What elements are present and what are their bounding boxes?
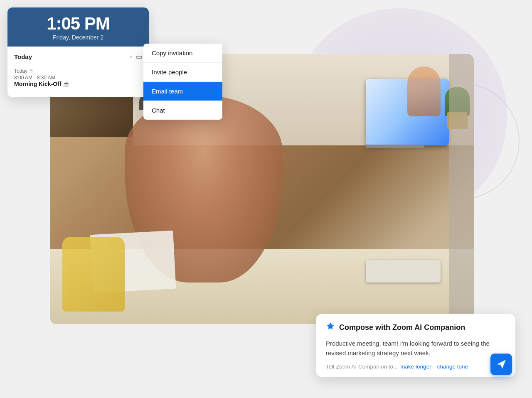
send-button[interactable] [490,354,512,375]
menu-item-copy-invitation[interactable]: Copy invitation [143,44,222,62]
ai-card-title: Compose with Zoom AI Companion [339,323,465,332]
keyboard [366,260,441,283]
ai-card-header: Compose with Zoom AI Companion [326,322,505,334]
prev-button[interactable]: ‹ [128,52,134,61]
event-day: Today [14,68,27,74]
recur-icon: ↻ [30,69,34,74]
ai-star-icon [326,322,335,334]
chair [62,237,125,312]
nav-buttons: ‹ ▭ [128,52,142,61]
calendar-header: 1:05 PM Friday, December 2 [7,7,149,47]
send-icon [496,359,507,370]
calendar-body: Today ‹ ▭ Today ↻ 8:00 AM - 8:30 AM Morn… [7,47,149,97]
event-meta: Today ↻ [14,68,142,74]
today-label: Today [14,53,32,60]
ai-footer: Tell Zoom AI Companion to... make longer… [326,364,505,370]
background-person [407,66,441,116]
ai-body-text: Productive meeting, team! I'm looking fo… [326,339,505,358]
office-partition [449,54,474,324]
calendar-nav: Today ‹ ▭ [14,52,142,61]
menu-item-invite-people[interactable]: Invite people [143,63,222,81]
event-time: 8:00 AM - 8:30 AM [14,75,142,81]
dropdown-menu: Copy invitation Invite people Email team… [143,44,222,120]
event-title: Morning Kick-Off ☕ [14,81,142,87]
menu-item-email-team[interactable]: Email team [143,82,222,101]
ai-companion-card: Compose with Zoom AI Companion Productiv… [316,314,515,378]
calendar-widget: 1:05 PM Friday, December 2 Today ‹ ▭ Tod… [7,7,149,97]
monitor-stand [366,145,424,148]
ai-change-tone-link[interactable]: change tone [437,364,468,370]
menu-item-chat[interactable]: Chat [143,101,222,120]
ai-make-longer-link[interactable]: make longer [400,364,431,370]
ai-prompt-text: Tell Zoom AI Companion to... [326,364,398,370]
event-item: Today ↻ 8:00 AM - 8:30 AM Morning Kick-O… [14,65,142,91]
calendar-date: Friday, December 2 [17,34,139,41]
calendar-icon-button[interactable]: ▭ [136,53,142,61]
calendar-time: 1:05 PM [17,15,139,32]
